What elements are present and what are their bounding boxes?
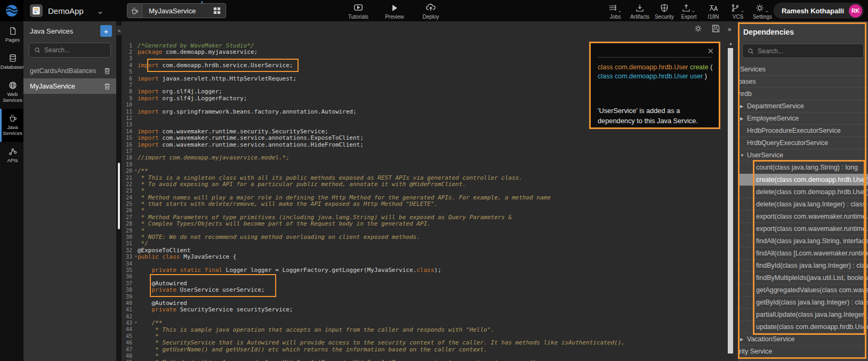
- sidebar-item-pages[interactable]: Pages: [0, 21, 23, 49]
- tree-item-employeeservice[interactable]: ▶EmployeeService: [738, 113, 868, 125]
- tree-item-hrdb[interactable]: hrdb: [738, 88, 868, 100]
- code-line[interactable]: 27 * Method Parameters of type primitive…: [122, 214, 725, 220]
- sidebar-item-web-services[interactable]: WebServices: [0, 76, 23, 109]
- services-search-input[interactable]: Search...: [29, 43, 111, 58]
- add-service-button[interactable]: +: [100, 25, 112, 37]
- method-item-findbyid[interactable]: findById(class java.lang.Integer) : clas…: [738, 260, 868, 272]
- code-line[interactable]: 15import com.wavemaker.runtime.service.a…: [122, 134, 725, 141]
- tree-item-userservice[interactable]: ▼UserService: [738, 149, 868, 162]
- panel-divider[interactable]: «: [116, 21, 122, 361]
- divider-scrollbar-thumb[interactable]: [118, 163, 120, 229]
- service-item-MyJavaService[interactable]: MyJavaService: [23, 78, 116, 94]
- fold-arrow-icon[interactable]: ▾: [135, 320, 137, 325]
- editor-settings-gear-icon[interactable]: [694, 25, 702, 33]
- code-line[interactable]: 24 * Method names will play a major role…: [122, 194, 725, 200]
- tab-list-grid-icon[interactable]: [208, 4, 226, 18]
- method-item-delete[interactable]: delete(class java.lang.Integer) : class …: [738, 198, 868, 211]
- code-line[interactable]: 42: [122, 313, 725, 319]
- code-line[interactable]: 17: [122, 148, 725, 154]
- dependencies-search-input[interactable]: Search...: [742, 44, 864, 58]
- wavemaker-logo[interactable]: [0, 0, 23, 21]
- tree-item-hrdbqueryexecutorservice[interactable]: HrdbQueryExecutorService: [738, 137, 868, 149]
- scrollbar-thumb[interactable]: [728, 48, 733, 354]
- service-tab[interactable]: MyJavaService *: [127, 3, 226, 18]
- save-icon[interactable]: [712, 25, 720, 33]
- user-menu[interactable]: Ramesh Kothapalli RK: [774, 3, 864, 19]
- trash-icon[interactable]: [103, 83, 111, 90]
- code-line[interactable]: 41 private SecurityService securityServi…: [122, 307, 725, 313]
- tree-item-java-services[interactable]: Java Services: [738, 63, 868, 76]
- vcs-button[interactable]: ⌄ VCS: [727, 2, 749, 21]
- code-line[interactable]: 39: [122, 293, 725, 300]
- code-line[interactable]: 28 * Complex Types/Objects will become p…: [122, 221, 725, 227]
- code-line[interactable]: 32@ExposeToClient: [122, 247, 725, 253]
- code-line[interactable]: 37 @Autowired: [122, 280, 725, 286]
- method-item-findall[interactable]: findAll(class java.lang.String, interfac…: [738, 235, 868, 247]
- code-line[interactable]: 36: [122, 274, 725, 280]
- trash-icon[interactable]: [103, 67, 111, 75]
- service-item-getCardsAndBalances[interactable]: getCardsAndBalances: [23, 63, 116, 78]
- chevron-down-icon[interactable]: ⌄: [97, 6, 104, 15]
- security-button[interactable]: Security: [654, 2, 675, 21]
- code-editor[interactable]: 1/*Generated by WaveMaker Studio*/2packa…: [122, 0, 725, 361]
- code-line[interactable]: 46 * SecurityService that is Autowired w…: [122, 340, 725, 346]
- method-item-findall[interactable]: findAll(class [Lcom.wavemaker.runtime.da: [738, 247, 868, 260]
- method-item-update[interactable]: update(class com.demoapp.hrdb.User) : cl…: [738, 321, 868, 333]
- tree-item-databases[interactable]: Databases: [738, 76, 868, 88]
- export-button[interactable]: ⌄ Export: [678, 2, 700, 21]
- code-line[interactable]: 44 * This is sample java operation that …: [122, 326, 725, 333]
- tree-item-security-service[interactable]: Security Service: [738, 346, 868, 358]
- method-item-export[interactable]: export(class com.wavemaker.runtime.data: [738, 223, 868, 235]
- method-item-count[interactable]: count(class java.lang.String) : long: [738, 162, 868, 174]
- code-line[interactable]: 22 * To avoid exposing an API for a part…: [122, 181, 725, 187]
- code-line[interactable]: 25 * that starts with delete/remove, wil…: [122, 200, 725, 207]
- code-line[interactable]: 19: [122, 161, 725, 167]
- preview-button[interactable]: Preview: [384, 2, 405, 21]
- method-item-getbyid[interactable]: getById(class java.lang.Integer) : class…: [738, 296, 868, 309]
- code-line[interactable]: 21 * This is a singleton class with all …: [122, 174, 725, 181]
- i18n-button[interactable]: I18N: [703, 2, 724, 21]
- method-item-create[interactable]: create(class com.demoapp.hrdb.User) : cl…: [738, 174, 868, 186]
- collapse-panel-button[interactable]: «: [116, 26, 123, 35]
- code-line[interactable]: 48 *: [122, 352, 725, 359]
- code-line[interactable]: 47 * getUserName() and getUserId() etc w…: [122, 346, 725, 352]
- chevron-collapsed-icon[interactable]: ▶: [740, 337, 747, 342]
- code-line[interactable]: 40 @Autowired: [122, 300, 725, 306]
- settings-button[interactable]: ⌄ Settings: [752, 2, 773, 21]
- tutorials-button[interactable]: Tutorials: [348, 2, 369, 21]
- expand-panel-button[interactable]: »: [728, 26, 732, 33]
- method-item-partialupdate[interactable]: partialUpdate(class java.lang.Integer, j…: [738, 309, 868, 321]
- code-line[interactable]: 31 */: [122, 240, 725, 247]
- tree-item-departmentservice[interactable]: ▶DepartmentService: [738, 100, 868, 113]
- method-item-delete[interactable]: delete(class com.demoapp.hrdb.User) : vo…: [738, 186, 868, 198]
- close-icon[interactable]: ✕: [707, 47, 714, 55]
- sidebar-item-databases[interactable]: Databases: [0, 49, 23, 76]
- tree-item-hrdbprocedureexecutorservice[interactable]: HrdbProcedureExecutorService: [738, 125, 868, 137]
- chevron-collapsed-icon[interactable]: ▶: [740, 116, 747, 121]
- code-line[interactable]: 16import com.wavemaker.runtime.service.a…: [122, 141, 725, 148]
- code-line[interactable]: 26 *: [122, 207, 725, 214]
- code-line[interactable]: 20▾/**: [122, 167, 725, 174]
- scroll-up-arrow-icon[interactable]: ▲: [729, 42, 733, 45]
- code-line[interactable]: 45 *: [122, 333, 725, 339]
- code-line[interactable]: 18//import com.demoapp.myjavaservice.mod…: [122, 155, 725, 161]
- sidebar-item-java-services[interactable]: JavaServices: [0, 109, 23, 142]
- tree-item-vacationservice[interactable]: ▶VacationService: [738, 333, 868, 346]
- chevron-collapsed-icon[interactable]: ▶: [740, 104, 747, 109]
- code-line[interactable]: 35 private static final Logger logger = …: [122, 267, 725, 273]
- code-line[interactable]: 38 private UserService userService;: [122, 286, 725, 293]
- fold-arrow-icon[interactable]: ▾: [135, 254, 137, 259]
- jobs-button[interactable]: ⌄ Jobs: [605, 2, 626, 21]
- code-line[interactable]: 29 *: [122, 227, 725, 234]
- code-line[interactable]: 23 *: [122, 188, 725, 194]
- code-line[interactable]: 30 * NOTE: We do not recommend using met…: [122, 234, 725, 240]
- code-line[interactable]: 43▾ /**: [122, 319, 725, 326]
- deploy-button[interactable]: Deploy: [420, 2, 441, 21]
- code-line[interactable]: 33▾public class MyJavaService {: [122, 254, 725, 260]
- sidebar-item-apis[interactable]: APIs: [0, 142, 23, 169]
- fold-arrow-icon[interactable]: ▾: [135, 169, 137, 173]
- method-item-getaggregatedvalues[interactable]: getAggregatedValues(class com.wavemak: [738, 284, 868, 296]
- chevron-expanded-icon[interactable]: ▼: [740, 153, 747, 158]
- artifacts-button[interactable]: Artifacts: [629, 2, 650, 21]
- project-switcher[interactable]: DemoApp ⌄: [30, 0, 104, 21]
